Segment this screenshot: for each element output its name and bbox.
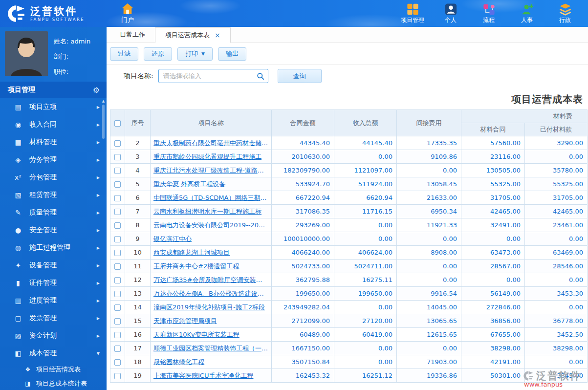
project-name-link[interactable]: 天津市应急管理局项目 xyxy=(153,317,268,325)
row-seq: 17 xyxy=(125,342,151,355)
tab-daily-work[interactable]: 日常工作 xyxy=(110,27,155,43)
nav-portal[interactable]: 门户 xyxy=(112,3,143,24)
table-row: 14潼南区2019年绿化补贴项目-施工2标段243949282.040.0014… xyxy=(110,301,588,314)
pencil-icon: ✎ xyxy=(13,209,23,217)
sidebar-item-progress-management[interactable]: ▥进度管理▶ xyxy=(0,292,107,309)
project-name-link[interactable]: 潼南区2019年绿化补贴项目-施工2标段 xyxy=(153,303,268,312)
row-checkbox[interactable] xyxy=(114,236,121,242)
sidebar-item-fund-plan[interactable]: ▨资金计划▶ xyxy=(0,327,107,345)
sidebar-item-project-initiation[interactable]: ▤项目立项▶ xyxy=(0,98,107,116)
select-all-checkbox[interactable] xyxy=(114,120,121,127)
row-checkbox[interactable] xyxy=(114,250,121,256)
row-checkbox[interactable] xyxy=(114,318,121,325)
project-name-link[interactable]: 银亿滨江中心 xyxy=(153,235,268,243)
row-checkbox[interactable] xyxy=(114,168,121,174)
row-checkbox[interactable] xyxy=(114,263,121,270)
sidebar-item-labor-management[interactable]: ◈劳务管理▶ xyxy=(0,151,107,169)
nav-administration[interactable]: 行政 xyxy=(550,3,580,24)
material-paid: 0.00 xyxy=(525,301,588,314)
project-name-link[interactable]: 顺德工业园区档案管理精装饰工程（一标段 xyxy=(153,344,268,353)
scrollbar-thumb[interactable] xyxy=(102,105,105,139)
project-name-link[interactable]: 重庆华夏 外高桥工程设备 xyxy=(153,180,268,189)
row-seq: 7 xyxy=(125,205,151,218)
main-content: 日常工作 项目运营成本表 × 过滤 还原 打印▼ 输出 项目名称: 查询 项目运… xyxy=(107,27,588,390)
sidebar-item-material-management[interactable]: ▦材料管理▶ xyxy=(0,133,107,151)
sidebar-item-invoice-management[interactable]: ▢发票管理▶ xyxy=(0,309,107,327)
project-name-link[interactable]: 云南水利枢纽潜明水库一期工程施工标 xyxy=(153,207,268,216)
sidebar-item-cost-management[interactable]: ◧成本管理▼ xyxy=(0,345,107,362)
nav-hr[interactable]: 人事 xyxy=(512,3,542,24)
chevron-down-icon: ▼ xyxy=(97,351,100,356)
sidebar-item-lease-management[interactable]: ▧租赁管理▶ xyxy=(0,186,107,204)
material-contract: 63473.00 xyxy=(461,246,525,260)
certificate-icon: ▮ xyxy=(13,279,23,287)
project-name-input[interactable] xyxy=(163,72,257,80)
sidebar-item-equipment-management[interactable]: ✦设备管理▶ xyxy=(0,257,107,274)
restore-button[interactable]: 还原 xyxy=(144,47,172,61)
project-name-link[interactable]: 西安成都路龙湖上河城项目 xyxy=(153,248,268,257)
row-checkbox[interactable] xyxy=(114,277,121,283)
close-icon[interactable]: × xyxy=(215,32,220,39)
top-header: 泛普软件 FANPU SOFTWARE 门户 项目管理 个 xyxy=(0,0,588,27)
project-name-link[interactable]: 重庆太极制药有限公司亳州中药材仓储物流 xyxy=(153,139,268,148)
project-name-link[interactable]: 中国联通5G（TD-SCDMA）网络三期四川 xyxy=(153,194,268,202)
sidebar-item-safety-management[interactable]: ●安全管理▶ xyxy=(0,221,107,239)
project-name-link[interactable]: 重庆江北污水处理厂级改造工程-道路修复 xyxy=(153,166,268,175)
project-name-label: 项目名称: xyxy=(124,72,153,81)
project-name-link[interactable]: 王府井商务中心#2楼遗留工程 xyxy=(153,262,268,271)
table-row: 8云南电力设备安装有限公司2019--2020年度293269.000.0011… xyxy=(110,218,588,232)
row-checkbox[interactable] xyxy=(114,195,121,201)
sidebar-item-construction-process[interactable]: ◍施工过程管理▶ xyxy=(0,239,107,257)
chevron-right-icon: ▶ xyxy=(97,263,100,268)
contract-amount: 100010000.00 xyxy=(272,232,334,246)
income-total: 16275.11 xyxy=(334,273,397,287)
row-checkbox[interactable] xyxy=(114,154,121,160)
row-seq: 6 xyxy=(125,191,151,205)
row-checkbox[interactable] xyxy=(114,181,121,188)
sidebar-subitem-project-total-cost-table[interactable]: ◨项目总成本统计表 xyxy=(0,376,107,390)
nav-workflow[interactable]: 流程 xyxy=(474,3,504,24)
sidebar-item-income-contract[interactable]: ◉收入合同▶ xyxy=(0,116,107,133)
row-checkbox[interactable] xyxy=(114,291,121,297)
sidebar-item-certificate-management[interactable]: ▮证件管理▶ xyxy=(0,274,107,292)
gear-icon[interactable]: ⚙ xyxy=(93,86,100,95)
row-checkbox[interactable] xyxy=(114,332,121,338)
row-checkbox[interactable] xyxy=(114,359,121,366)
chevron-right-icon: ▶ xyxy=(97,246,100,250)
query-button[interactable]: 查询 xyxy=(278,69,322,83)
tab-project-operating-cost[interactable]: 项目运营成本表 × xyxy=(155,27,231,43)
sidebar-item-quality-management[interactable]: ✎质量管理▶ xyxy=(0,204,107,221)
sidebar-subitem-project-operating-table[interactable]: ❖项目经营情况表 xyxy=(0,362,107,376)
sidebar-scrollbar[interactable]: ▲ xyxy=(101,99,106,390)
sidebar-item-subcontract-management[interactable]: x²分包管理▶ xyxy=(0,169,107,186)
project-name-link[interactable]: 万达办公楼左侧A、B办公楼改造建设工程 xyxy=(153,289,268,298)
signal-icon: ▨ xyxy=(13,332,23,340)
project-name-link[interactable]: 重庆市鹅岭公园绿化景观提升工程施工 xyxy=(153,152,268,161)
project-name-link[interactable]: 晟铭园林绿化工程 xyxy=(153,358,268,367)
row-checkbox[interactable] xyxy=(114,209,121,215)
print-button[interactable]: 打印▼ xyxy=(177,47,213,61)
table-row: 18晟铭园林绿化工程3507150.840.0071903.0042191.00… xyxy=(110,355,588,369)
contract-amount: 293269.00 xyxy=(272,218,334,232)
project-name-link[interactable]: 万达广场35#会所及咖啡厅空调安装工程 xyxy=(153,276,268,284)
nav-personal[interactable]: 个人 xyxy=(436,3,466,24)
row-checkbox[interactable] xyxy=(114,346,121,352)
contract-amount: 162453.32 xyxy=(272,369,334,383)
project-name-link[interactable]: 天府新区10Kv变电所安装工程 xyxy=(153,330,268,339)
scrollbar-up-icon[interactable]: ▲ xyxy=(101,99,106,103)
row-checkbox[interactable] xyxy=(114,304,121,311)
project-name-link[interactable]: 云南电力设备安装有限公司2019--2020年度 xyxy=(153,221,268,230)
row-checkbox[interactable] xyxy=(114,222,121,229)
nav-project-management[interactable]: 项目管理 xyxy=(397,3,428,24)
wrench-icon: ✦ xyxy=(13,261,23,269)
row-seq: 18 xyxy=(125,355,151,369)
search-icon[interactable] xyxy=(257,72,264,80)
row-checkbox[interactable] xyxy=(114,373,121,379)
export-button[interactable]: 输出 xyxy=(218,47,246,61)
contract-amount: 44345.40 xyxy=(272,136,334,150)
project-name-search-box xyxy=(158,69,268,83)
row-checkbox[interactable] xyxy=(114,140,121,147)
filter-button[interactable]: 过滤 xyxy=(110,47,138,61)
material-paid: 23461.00 xyxy=(525,218,588,232)
project-name-link[interactable]: 上海市美容医院ICU手术室净化工程 xyxy=(153,371,268,380)
